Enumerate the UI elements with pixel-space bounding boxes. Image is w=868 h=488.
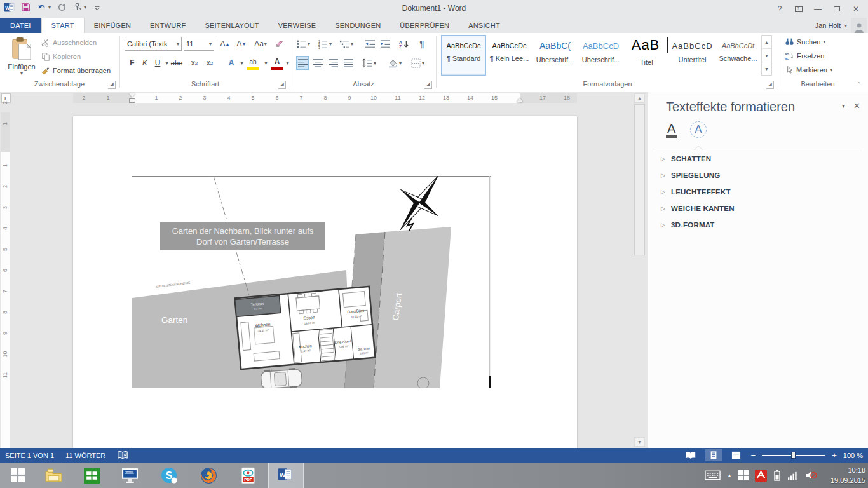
taskbar-file-explorer[interactable] bbox=[36, 463, 71, 488]
tab-datei[interactable]: DATEI bbox=[0, 18, 41, 33]
taskbar-clock[interactable]: 10:18 19.09.2015 bbox=[820, 465, 865, 485]
align-left-button[interactable] bbox=[296, 56, 309, 70]
clipboard-dialog-launcher[interactable]: ◢ bbox=[108, 81, 116, 89]
scroll-up-arrow[interactable]: ▲ bbox=[634, 93, 645, 103]
account-dropdown-icon[interactable]: ▾ bbox=[844, 23, 847, 29]
left-indent-marker[interactable] bbox=[129, 98, 135, 103]
tab-entwurf[interactable]: ENTWURF bbox=[140, 18, 195, 33]
styles-gallery-more-icon[interactable]: ▼ bbox=[762, 62, 771, 76]
style-untertitel[interactable]: AaBbCcDUntertitel bbox=[670, 35, 715, 76]
section-spiegelung[interactable]: ▷SPIEGELUNG bbox=[661, 172, 720, 179]
taskbar-firefox[interactable] bbox=[191, 463, 226, 488]
vertical-ruler[interactable]: 211234567891011 bbox=[1, 106, 10, 448]
superscript-button[interactable]: x2 bbox=[203, 56, 216, 70]
word-count[interactable]: 11 WÖRTER bbox=[65, 452, 105, 459]
find-button[interactable]: Suchen▾ bbox=[783, 36, 827, 47]
start-button[interactable] bbox=[0, 463, 36, 488]
shrink-font-button[interactable]: A▼ bbox=[235, 37, 248, 51]
multilevel-list-button[interactable]: ▾ bbox=[339, 37, 353, 51]
collapse-ribbon-button[interactable]: ⌃ bbox=[857, 81, 862, 88]
first-line-indent-marker[interactable] bbox=[129, 93, 135, 97]
zoom-level[interactable]: 100 % bbox=[843, 452, 863, 459]
bullets-button[interactable]: ▾ bbox=[296, 37, 310, 51]
style-kein-leerraum[interactable]: AaBbCcDc¶ Kein Lee... bbox=[487, 35, 532, 76]
avatar[interactable] bbox=[851, 18, 867, 33]
zoom-slider[interactable] bbox=[762, 455, 825, 456]
tab-verweise[interactable]: VERWEISE bbox=[269, 18, 325, 33]
font-dialog-launcher[interactable]: ◢ bbox=[278, 81, 286, 89]
style-standard[interactable]: AaBbCcDc¶ Standard bbox=[441, 35, 486, 76]
align-right-button[interactable] bbox=[327, 56, 339, 70]
taskbar-skype[interactable]: S bbox=[151, 463, 187, 488]
tab-start[interactable]: START bbox=[41, 18, 85, 33]
tab-sendungen[interactable]: SENDUNGEN bbox=[325, 18, 390, 33]
battery-icon[interactable] bbox=[773, 470, 781, 481]
floorplan-image[interactable]: GRUNDSTÜCKSGRENZE Garten der Nachbarn, B… bbox=[132, 176, 491, 388]
highlight-button[interactable]: ab bbox=[247, 56, 259, 70]
text-effects-tab[interactable]: A bbox=[690, 121, 707, 138]
minimize-button[interactable]: — bbox=[808, 1, 827, 17]
tab-einfuegen[interactable]: EINFÜGEN bbox=[85, 18, 140, 33]
justify-button[interactable] bbox=[342, 56, 355, 70]
font-size-combo[interactable]: 11▾ bbox=[184, 37, 214, 51]
replace-button[interactable]: Ersetzen bbox=[783, 50, 826, 62]
style-schwache-hervorhebung[interactable]: AaBbCcDtSchwache... bbox=[715, 35, 761, 76]
page-indicator[interactable]: SEITE 1 VON 1 bbox=[5, 452, 54, 459]
text-fill-outline-tab[interactable]: A bbox=[666, 121, 677, 138]
section-schatten[interactable]: ▷SCHATTEN bbox=[661, 155, 711, 163]
line-spacing-button[interactable]: ▾ bbox=[362, 56, 376, 70]
paragraph-dialog-launcher[interactable]: ◢ bbox=[424, 81, 432, 89]
subscript-button[interactable]: x2 bbox=[188, 56, 201, 70]
strikethrough-button[interactable]: abe bbox=[170, 56, 183, 70]
font-size-dropdown-icon[interactable]: ▾ bbox=[207, 41, 212, 47]
document-page[interactable]: GRUNDSTÜCKSGRENZE Garten der Nachbarn, B… bbox=[73, 116, 577, 448]
copy-button[interactable]: Kopieren bbox=[39, 51, 83, 62]
pane-options-dropdown-icon[interactable]: ▾ bbox=[842, 102, 845, 109]
pane-close-icon[interactable]: ✕ bbox=[853, 101, 860, 111]
bold-button[interactable]: F bbox=[126, 56, 139, 70]
restore-button[interactable] bbox=[827, 1, 846, 17]
change-case-button[interactable]: Aa▾ bbox=[254, 37, 267, 51]
section-leuchteffekt[interactable]: ▷LEUCHTEFFEKT bbox=[661, 188, 731, 196]
section-weiche-kanten[interactable]: ▷WEICHE KANTEN bbox=[661, 205, 735, 212]
paste-button[interactable]: Einfügen ▾ bbox=[5, 37, 38, 76]
ribbon-display-options-button[interactable] bbox=[789, 1, 808, 17]
zoom-out-button[interactable]: − bbox=[751, 449, 756, 461]
print-layout-button[interactable] bbox=[705, 449, 722, 461]
zoom-slider-thumb[interactable] bbox=[791, 452, 796, 459]
select-button[interactable]: Markieren▾ bbox=[783, 64, 834, 76]
action-center-icon[interactable] bbox=[738, 470, 749, 480]
account-area[interactable]: Jan Holt ▾ bbox=[815, 18, 868, 33]
numbering-button[interactable]: ▾ bbox=[318, 37, 332, 51]
read-mode-button[interactable] bbox=[682, 449, 699, 461]
style-titel[interactable]: AaBTitel bbox=[624, 35, 669, 76]
format-painter-button[interactable]: Format übertragen bbox=[39, 65, 112, 76]
styles-dialog-launcher[interactable]: ◢ bbox=[766, 81, 774, 89]
tab-seitenlayout[interactable]: SEITENLAYOUT bbox=[195, 18, 268, 33]
paste-dropdown-icon[interactable]: ▾ bbox=[5, 71, 38, 76]
decrease-indent-button[interactable] bbox=[363, 37, 376, 51]
taskbar-windows-store[interactable] bbox=[74, 463, 109, 488]
proofing-icon[interactable] bbox=[117, 451, 128, 460]
avira-antivirus-icon[interactable] bbox=[755, 470, 767, 482]
scroll-down-arrow[interactable]: ▼ bbox=[634, 437, 645, 447]
style-ueberschrift-1[interactable]: AaBbC(Überschrif... bbox=[532, 35, 578, 76]
text-effects-dropdown[interactable]: ▾ bbox=[235, 56, 248, 70]
font-name-dropdown-icon[interactable]: ▾ bbox=[174, 41, 179, 47]
taskbar-lenovo-app[interactable]: lenovo bbox=[112, 463, 147, 488]
sort-button[interactable] bbox=[398, 37, 410, 51]
web-layout-button[interactable] bbox=[728, 449, 745, 461]
tab-ansicht[interactable]: ANSICHT bbox=[459, 18, 510, 33]
vertical-scrollbar[interactable]: ▲ ▼ bbox=[634, 93, 645, 447]
align-center-button[interactable] bbox=[311, 56, 324, 70]
italic-button[interactable]: K bbox=[139, 56, 151, 70]
styles-scroll-up-icon[interactable]: ▲ bbox=[762, 36, 771, 49]
highlight-dropdown[interactable]: ▾ bbox=[259, 56, 272, 70]
style-ueberschrift-2[interactable]: AaBbCcDÜberschrif... bbox=[578, 35, 623, 76]
increase-indent-button[interactable] bbox=[379, 37, 391, 51]
borders-button[interactable]: ▾ bbox=[410, 56, 424, 70]
clear-formatting-button[interactable] bbox=[273, 37, 286, 51]
volume-muted-icon[interactable] bbox=[804, 470, 817, 481]
shading-button[interactable]: ▾ bbox=[388, 56, 402, 70]
taskbar-pdf-viewer[interactable]: PDF bbox=[230, 463, 266, 488]
